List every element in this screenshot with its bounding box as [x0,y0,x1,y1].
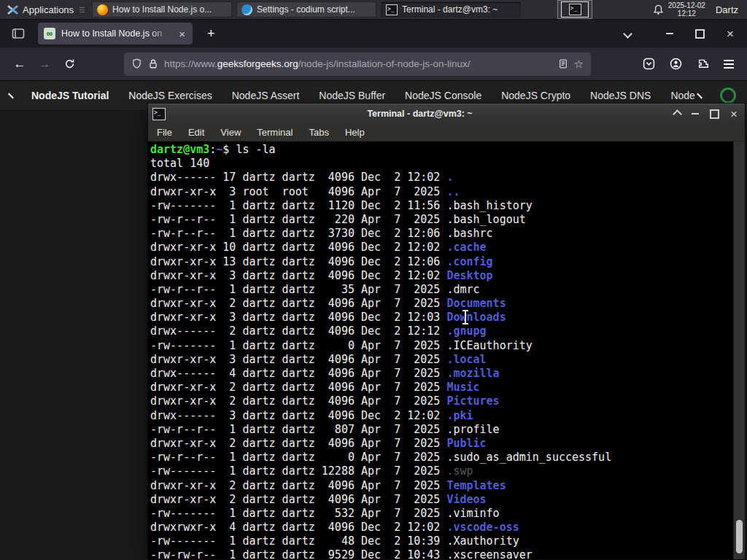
firefox-view-icon [12,28,25,39]
forward-button[interactable]: → [34,53,55,75]
firefox-tabbar: ∞ How to Install Node.js on × + × [0,20,747,47]
taskbar-label: Terminal - dartz@vm3: ~ [402,4,498,15]
shield-icon[interactable] [131,58,142,69]
panel-grip [80,7,85,12]
pocket-icon[interactable] [643,58,655,70]
shade-icon[interactable] [673,109,682,119]
nav-scroll-left-icon[interactable] [8,93,14,98]
terminal-menu-file[interactable]: File [157,127,172,138]
minimize-icon[interactable] [666,33,673,34]
nav-links: NodeJS TutorialNodeJS ExercisesNodeJS As… [31,90,695,101]
terminal-line: drwxr-xr-x 13 dartz dartz 4096 Dec 2 12:… [150,255,611,269]
taskbar-item-codium[interactable]: Settings - codium script... [236,1,376,18]
reader-mode-icon[interactable] [558,58,568,69]
window-controls: × [666,28,740,40]
terminal-scrollbar[interactable] [733,141,745,559]
terminal-line: total 140 [150,157,611,171]
terminal-line: drwxr-xr-x 3 dartz dartz 4096 Dec 2 12:0… [150,311,611,324]
terminal-line: -rw-r--r-- 1 dartz dartz 0 Apr 7 2025 .s… [150,451,611,464]
extensions-icon[interactable] [697,58,709,70]
url-bar[interactable]: https://www.geeksforgeeks.org/node-js/in… [124,52,591,76]
clock-date: 2025-12-02 [668,1,705,10]
terminal-line: drwxrwxr-x 4 dartz dartz 4096 Dec 2 12:0… [150,521,611,534]
nav-link[interactable]: NodeJS Buffer [319,90,385,101]
workspace-window-outline [561,1,589,18]
reload-button[interactable] [58,53,80,75]
codium-icon [241,4,252,15]
terminal-icon [386,4,398,15]
terminal-icon [152,108,166,120]
url-domain: geeksforgeeks.org [217,58,298,69]
terminal-line: drwx------ 4 dartz dartz 4096 Apr 7 2025… [150,367,611,381]
notification-bell-icon[interactable] [653,4,664,15]
list-all-tabs-button[interactable] [624,27,631,40]
desktop: Applications How to Install Node.js o...… [0,0,747,560]
firefox-toolbar: ← → https://www.geeksforgeeks.org/node-j… [0,47,747,81]
menu-hamburger-icon[interactable] [724,60,734,69]
nav-scroll-right-icon[interactable] [697,93,703,98]
terminal-line: drwxr-xr-x 2 dartz dartz 4096 Apr 7 2025… [150,381,611,394]
terminal-menu-help[interactable]: Help [345,127,365,138]
clock-time: 12:12 [668,9,705,18]
terminal-line: drwxr-xr-x 2 dartz dartz 4096 Apr 7 2025… [150,479,611,493]
terminal-titlebar[interactable]: Terminal - dartz@vm3: ~ × [148,104,745,123]
terminal-line: -rw-rw-r-- 1 dartz dartz 9529 Dec 2 10:4… [150,548,611,559]
nav-link[interactable]: NodeJS DNS [590,90,651,101]
maximize-icon[interactable] [695,29,705,39]
account-icon[interactable] [670,58,682,70]
taskbar-item-terminal[interactable]: Terminal - dartz@vm3: ~ [381,1,521,18]
terminal-line: drwxr-xr-x 2 dartz dartz 4096 Apr 7 2025… [150,437,611,451]
new-tab-button[interactable]: + [203,26,220,42]
terminal-title: Terminal - dartz@vm3: ~ [170,109,670,119]
terminal-line: drwxr-xr-x 10 dartz dartz 4096 Dec 2 12:… [150,241,611,254]
firefox-view-button[interactable] [7,24,29,43]
terminal-line: drwx------ 3 dartz dartz 4096 Dec 2 12:0… [150,409,611,423]
panel-clock[interactable]: 2025-12-02 12:12 [668,1,705,18]
url-text: https://www.geeksforgeeks.org/node-js/in… [164,58,552,69]
applications-menu[interactable]: Applications [4,1,88,18]
text-cursor [462,310,469,324]
nav-link[interactable]: NodeJS Tutorial [31,90,109,101]
workspace-switcher[interactable] [557,0,592,19]
terminal-line: drwx------ 17 dartz dartz 4096 Dec 2 12:… [150,171,611,184]
nav-link[interactable]: NodeJS Exercises [128,90,212,101]
user-menu[interactable]: Dartz [716,4,738,15]
close-icon[interactable]: × [730,108,738,120]
tab-close-icon[interactable]: × [177,28,187,39]
terminal-body[interactable]: dartz@vm3:~$ ls -latotal 140drwx------ 1… [148,141,745,559]
scrollbar-thumb[interactable] [736,520,743,553]
terminal-menubar: FileEditViewTerminalTabsHelp [148,123,745,141]
terminal-menu-view[interactable]: View [220,127,241,138]
terminal-menu-terminal[interactable]: Terminal [257,127,293,138]
taskbar-item-firefox[interactable]: How to Install Node.js o... [92,1,232,18]
terminal-line: drwxr-xr-x 2 dartz dartz 4096 Apr 7 2025… [150,493,611,507]
maximize-icon[interactable] [710,109,719,119]
nav-link[interactable]: Node [670,90,694,101]
toolbar-right-icons [643,58,738,70]
terminal-line: drwxr-xr-x 2 dartz dartz 4096 Apr 7 2025… [150,394,611,408]
taskbar-label: How to Install Node.js o... [112,4,212,15]
lock-icon[interactable] [148,58,158,69]
nav-link[interactable]: NodeJS Assert [232,90,300,101]
search-icon[interactable] [720,88,736,104]
terminal-output: dartz@vm3:~$ ls -latotal 140drwx------ 1… [150,143,611,559]
terminal-line: -rw-r--r-- 1 dartz dartz 35 Apr 7 2025 .… [150,283,611,297]
terminal-menu-edit[interactable]: Edit [188,127,204,138]
terminal-icon [569,4,581,15]
bookmark-star-icon[interactable]: ☆ [574,58,584,71]
applications-label: Applications [23,4,74,15]
terminal-line: drwxr-xr-x 2 dartz dartz 4096 Apr 7 2025… [150,297,611,311]
tab-title: How to Install Node.js on [61,28,171,39]
back-button[interactable]: ← [9,53,31,75]
taskbar-label: Settings - codium script... [257,4,355,15]
nav-link[interactable]: NodeJS Crypto [501,90,570,101]
terminal-window-controls: × [674,108,740,120]
nav-link[interactable]: NodeJS Console [405,90,481,101]
terminal-line: drwx------ 2 dartz dartz 4096 Dec 2 12:1… [150,324,611,338]
browser-tab-active[interactable]: ∞ How to Install Node.js on × [38,23,193,44]
geeksforgeeks-favicon-icon: ∞ [44,28,55,39]
xfce-logo-icon [7,4,18,15]
close-icon[interactable]: × [727,28,734,40]
terminal-menu-tabs[interactable]: Tabs [309,127,328,138]
minimize-icon[interactable] [692,113,699,114]
